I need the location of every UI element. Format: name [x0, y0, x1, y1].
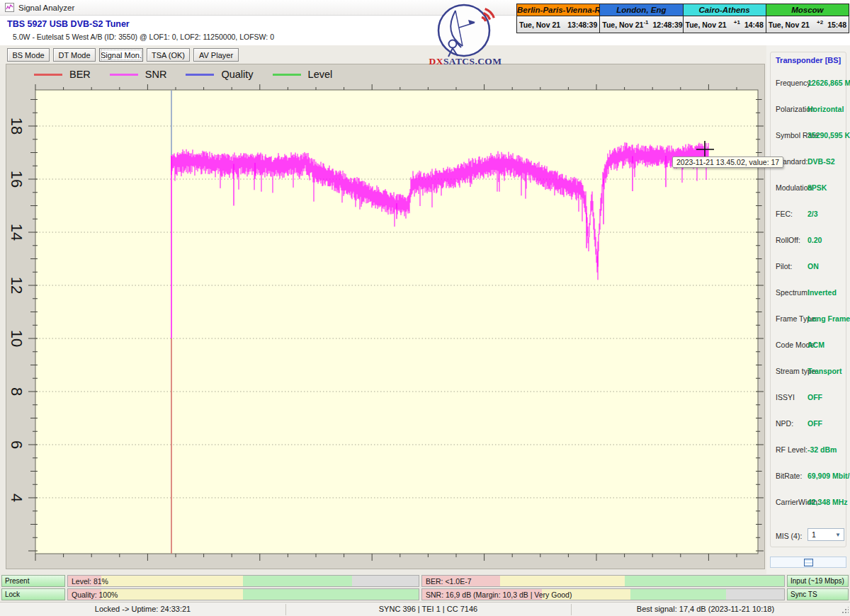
clock-utc-offset: -1	[643, 19, 651, 25]
clock-datetime: Tue, Nov 2113:48:39	[517, 16, 599, 33]
tuner-subtitle: 5.0W - Eutelsat 5 West A/B (ID: 3550) @ …	[13, 33, 274, 41]
clock-cairo-athens: Cairo-AthensTue, Nov 21+114:48	[683, 4, 766, 33]
clock-city-label: London, Eng	[600, 4, 682, 16]
field-issyi: ISSYI	[776, 393, 795, 401]
field-value-polarization: Horizontal	[808, 105, 844, 113]
field-value-pilot: ON	[808, 262, 819, 270]
screenshot-icon	[804, 559, 813, 566]
clock-datetime: Tue, Nov 21-112:48:39	[600, 16, 682, 33]
app-icon	[5, 3, 14, 12]
segment	[243, 589, 419, 600]
clock-time: 14:48	[744, 21, 764, 29]
transponder-sidebar: Transponder [BS] MIS (4): 1 ▼ Frequency:…	[766, 45, 850, 574]
legend-item-quality: Quality	[186, 69, 253, 80]
clock-city-label: Moscow	[766, 4, 849, 16]
legend-swatch-level	[273, 74, 301, 76]
clock-city-label: Berlin-Paris-Vienna-Roma	[517, 4, 599, 16]
legend-item-level: Level	[273, 69, 333, 80]
segment	[101, 589, 243, 600]
field-pilot: Pilot:	[776, 262, 792, 270]
field-value-rf-level: -32 dBm	[808, 445, 837, 454]
tab-dt-mode[interactable]: DT Mode	[53, 48, 96, 62]
badge-input: Input (~19 Mbps)	[787, 575, 849, 587]
clock-date: Tue, Nov 21	[519, 21, 560, 29]
clock-time: 15:48	[827, 21, 846, 29]
progress-label-quality: Quality: 100%	[72, 591, 118, 599]
progress-bar-snr: SNR: 16,9 dB (Margin: 10,3 dB | Very Goo…	[421, 588, 785, 600]
badge-present: Present	[1, 575, 65, 587]
status-uptime: Locked -> Uptime: 24:33:21	[0, 605, 285, 613]
clock-date: Tue, Nov 21	[686, 21, 727, 29]
clock-time: 13:48:39	[567, 21, 597, 29]
signal-analyzer-window: Signal Analyzer TBS 5927 USB DVB-S2 Tune…	[0, 0, 850, 616]
tab-tsa-ok[interactable]: TSA (OK)	[147, 48, 190, 62]
world-clocks: Berlin-Paris-Vienna-RomaTue, Nov 2113:48…	[516, 4, 849, 33]
tab-strip: BS ModeDT ModeSignal Mon.TSA (OK)AV Play…	[0, 45, 766, 64]
field-fec: FEC:	[776, 210, 793, 218]
clock-utc-offset: +2	[817, 19, 826, 25]
field-rf-level: RF Level:	[776, 445, 808, 454]
progress-bar-ber: BER: <1.0E-7	[421, 575, 785, 587]
legend-swatch-ber	[34, 74, 62, 76]
logo-text-dx: DX	[429, 56, 443, 67]
legend-label: Quality	[221, 69, 253, 80]
legend-label: SNR	[145, 69, 167, 80]
field-spectrum: Spectrum:	[776, 288, 810, 297]
tuner-title: TBS 5927 USB DVB-S2 Tuner	[7, 19, 130, 29]
mis-select-value: 1	[812, 530, 816, 539]
tab-signal-mon[interactable]: Signal Mon.	[99, 48, 143, 62]
field-value-carrierwidth: 42,348 MHz	[808, 498, 848, 506]
signal-chart-panel[interactable]	[6, 64, 765, 569]
dxsatcs-logo: DXSATCS.COM	[422, 2, 509, 69]
logo-circle	[438, 5, 489, 56]
clock-time: 12:48:39	[653, 21, 683, 29]
clock-city-label: Cairo-Athens	[684, 4, 766, 16]
field-value-standard: DVB-S2	[808, 157, 835, 166]
field-value-symbol-rate: 35290,595 KS/s	[808, 131, 850, 139]
segment	[101, 576, 243, 586]
field-value-spectrum: Inverted	[808, 288, 837, 297]
clock-datetime: Tue, Nov 21+215:48	[766, 16, 849, 33]
mis-select[interactable]: 1 ▼	[808, 528, 844, 541]
segment	[500, 576, 625, 586]
chevron-down-icon: ▼	[835, 532, 844, 538]
clock-berlin-paris-vienna-roma: Berlin-Paris-Vienna-RomaTue, Nov 2113:48…	[517, 4, 599, 33]
field-value-bitrate: 69,909 Mbit/s	[808, 472, 850, 480]
status-sync: SYNC 396 | TEI 1 | CC 7146	[285, 605, 571, 613]
clock-moscow: MoscowTue, Nov 21+215:48	[766, 4, 849, 33]
clock-datetime: Tue, Nov 21+114:48	[684, 16, 766, 33]
clock-london-eng: London, EngTue, Nov 21-112:48:39	[599, 4, 682, 33]
clock-date: Tue, Nov 21	[602, 21, 643, 29]
tab-av-player[interactable]: AV Player	[193, 48, 239, 62]
field-rolloff: RollOff:	[776, 236, 800, 244]
field-bitrate: BitRate:	[776, 472, 802, 480]
resize-grip[interactable]	[842, 607, 849, 614]
legend-swatch-snr	[110, 74, 138, 76]
logo-text-rest: SATCS.COM	[443, 56, 502, 67]
field-value-stream-type: Transport	[808, 367, 842, 375]
legend-swatch-quality	[186, 74, 214, 76]
screenshot-button[interactable]	[770, 557, 846, 568]
legend-label: Level	[308, 69, 333, 80]
progress-label-snr: SNR: 16,9 dB (Margin: 10,3 dB | Very Goo…	[426, 591, 572, 599]
chart-legend: BERSNRQualityLevel	[34, 69, 332, 80]
status-best-signal: Best signal: 17,4 dB (2023-11-21 10:18)	[571, 605, 840, 613]
segment	[630, 589, 726, 600]
progress-label-level: Level: 81%	[72, 577, 108, 586]
clock-date: Tue, Nov 21	[769, 21, 810, 29]
field-value-frequency: 12626,865 MHz	[808, 79, 850, 87]
progress-bar-level: Level: 81%	[67, 575, 419, 587]
segment	[352, 576, 419, 586]
field-value-rolloff: 0.20	[808, 236, 822, 244]
legend-label: BER	[69, 69, 91, 80]
field-value-issyi: OFF	[808, 393, 822, 401]
clock-utc-offset: +1	[734, 19, 743, 25]
segment	[625, 576, 784, 586]
segment	[243, 576, 351, 586]
chart-tooltip: 2023-11-21 13.45.02, value: 17	[672, 156, 783, 168]
logo-text: DXSATCS.COM	[422, 56, 509, 67]
field-value-npd: OFF	[808, 419, 822, 428]
tab-bs-mode[interactable]: BS Mode	[7, 48, 50, 62]
legend-item-ber: BER	[34, 69, 91, 80]
segment	[726, 589, 784, 600]
